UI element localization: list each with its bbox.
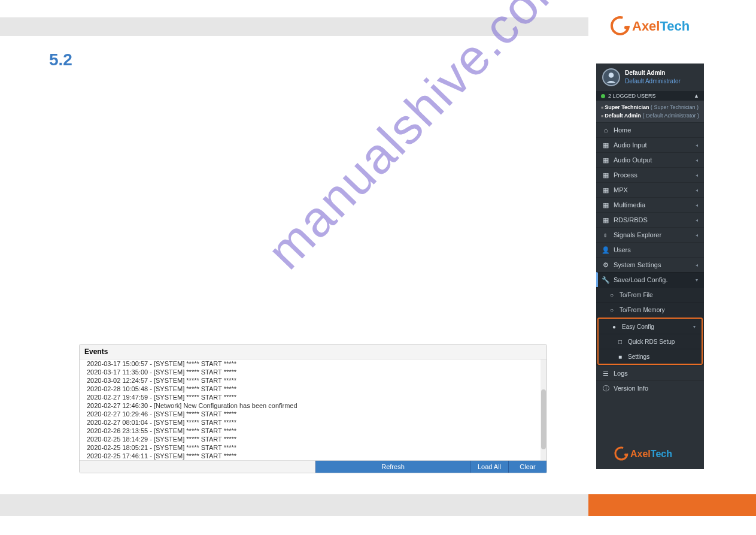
event-line: 2020-02-26 23:13:55 - [SYSTEM] ***** STA…	[80, 427, 546, 435]
footer-bar-orange	[588, 494, 756, 516]
event-line: 2020-02-28 10:05:48 - [SYSTEM] ***** STA…	[80, 385, 546, 393]
circle-icon: ○	[608, 306, 615, 313]
easy-config-highlight: ●Easy Config▾ □Quick RDS Setup ■Settings	[597, 318, 703, 365]
user-name: Default Admin	[625, 69, 681, 77]
nav-easy-config[interactable]: ●Easy Config▾	[599, 319, 702, 334]
nav-save-load-config[interactable]: 🔧Save/Load Config.▾	[596, 272, 704, 287]
caret-down-icon: ▾	[693, 324, 696, 330]
wrench-icon: 🔧	[602, 276, 609, 283]
caret-down-icon: ▾	[696, 277, 698, 283]
grid-icon: ▦	[602, 201, 609, 208]
svg-point-1	[624, 26, 628, 29]
logged-count: 2 LOGGED USERS	[608, 93, 656, 99]
event-line: 2020-02-27 12:46:30 - [Network] New Conf…	[80, 401, 546, 410]
logged-users-list: Super Technician ( Super Technician ) De…	[596, 101, 704, 122]
events-scrollbar[interactable]	[541, 359, 546, 460]
svg-point-5	[624, 454, 627, 456]
caret-left-icon: ◂	[696, 158, 698, 163]
logo-top: AxelTech	[611, 14, 699, 37]
nav-audio-input[interactable]: ▦Audio Input◂	[596, 137, 704, 152]
nav-mpx[interactable]: ▦MPX◂	[596, 182, 704, 197]
nav-quick-rds-setup[interactable]: □Quick RDS Setup	[599, 334, 702, 349]
grid-icon: ▦	[602, 141, 609, 149]
event-line: 2020-02-27 10:29:46 - [SYSTEM] ***** STA…	[80, 410, 546, 418]
event-line: 2020-02-25 18:14:29 - [SYSTEM] ***** STA…	[80, 435, 546, 443]
event-line: 2020-02-25 17:46:11 - [SYSTEM] ***** STA…	[80, 452, 546, 460]
bars-icon: ⫾	[602, 231, 609, 238]
logged-user-row: Default Admin ( Default Administrator )	[601, 111, 699, 120]
home-icon: ⌂	[602, 126, 609, 134]
sidebar: Default Admin Default Administrator 2 LO…	[596, 64, 704, 469]
user-role: Default Administrator	[625, 77, 681, 86]
events-body[interactable]: 2020-03-17 15:00:57 - [SYSTEM] ***** STA…	[80, 359, 546, 460]
square-icon: □	[617, 338, 624, 345]
nav-version-info[interactable]: ⓘVersion Info	[596, 380, 704, 395]
nav-multimedia[interactable]: ▦Multimedia◂	[596, 197, 704, 212]
svg-text:AxelTech: AxelTech	[630, 449, 672, 459]
footer-spacer	[80, 461, 315, 473]
events-title: Events	[80, 344, 546, 359]
user-icon: 👤	[602, 246, 609, 253]
events-panel: Events 2020-03-17 15:00:57 - [SYSTEM] **…	[79, 344, 547, 473]
svg-text:AxelTech: AxelTech	[632, 19, 690, 34]
user-block: Default Admin Default Administrator	[596, 64, 704, 91]
logged-users-bar[interactable]: 2 LOGGED USERS ▲	[596, 91, 704, 101]
event-line: 2020-02-27 08:01:04 - [SYSTEM] ***** STA…	[80, 418, 546, 427]
nav-to-from-file[interactable]: ○To/From File	[596, 287, 704, 302]
caret-up-icon: ▲	[694, 93, 699, 99]
nav-rds[interactable]: ▦RDS/RBDS◂	[596, 212, 704, 227]
grid-icon: ▦	[602, 186, 609, 194]
caret-left-icon: ◂	[696, 232, 698, 238]
sidebar-logo: AxelTech	[596, 445, 704, 463]
square-filled-icon: ■	[617, 353, 624, 360]
footer-bar-gray	[0, 494, 588, 516]
nav-signals-explorer[interactable]: ⫾Signals Explorer◂	[596, 227, 704, 242]
gear-icon: ⚙	[602, 261, 609, 268]
nav-system-settings[interactable]: ⚙System Settings◂	[596, 257, 704, 272]
watermark-text: manualshive.com	[240, 0, 598, 297]
grid-icon: ▦	[602, 216, 609, 223]
svg-point-0	[612, 17, 629, 34]
nav-logs[interactable]: ☰Logs	[596, 365, 704, 380]
user-avatar-icon	[602, 68, 620, 86]
online-dot-icon	[601, 94, 605, 98]
top-header-bar	[0, 17, 588, 36]
refresh-button[interactable]: Refresh	[315, 461, 470, 473]
caret-left-icon: ◂	[696, 217, 698, 223]
logged-user-row: Super Technician ( Super Technician )	[601, 103, 699, 111]
events-scroll-thumb[interactable]	[541, 389, 546, 449]
events-footer: Refresh Load All Clear	[80, 460, 546, 473]
caret-left-icon: ◂	[696, 262, 698, 268]
caret-left-icon: ◂	[696, 202, 698, 208]
loadall-button[interactable]: Load All	[470, 461, 508, 473]
user-names: Default Admin Default Administrator	[625, 69, 681, 86]
grid-icon: ▦	[602, 171, 609, 179]
nav-to-from-memory[interactable]: ○To/From Memory	[596, 302, 704, 317]
caret-left-icon: ◂	[696, 173, 698, 178]
event-line: 2020-03-17 15:00:57 - [SYSTEM] ***** STA…	[80, 359, 546, 368]
event-line: 2020-03-02 12:24:57 - [SYSTEM] ***** STA…	[80, 376, 546, 385]
info-icon: ⓘ	[602, 385, 609, 392]
event-line: 2020-02-25 18:05:21 - [SYSTEM] ***** STA…	[80, 443, 546, 452]
svg-point-3	[609, 72, 614, 78]
nav-settings[interactable]: ■Settings	[599, 349, 702, 364]
event-line: 2020-02-27 19:47:59 - [SYSTEM] ***** STA…	[80, 393, 546, 401]
event-line: 2020-03-17 11:35:00 - [SYSTEM] ***** STA…	[80, 368, 546, 376]
nav-process[interactable]: ▦Process◂	[596, 167, 704, 182]
grid-icon: ▦	[602, 156, 609, 164]
nav-audio-output[interactable]: ▦Audio Output◂	[596, 152, 704, 167]
clear-button[interactable]: Clear	[508, 461, 546, 473]
caret-left-icon: ◂	[696, 188, 698, 193]
circle-icon: ○	[608, 291, 615, 298]
list-icon: ☰	[602, 370, 609, 377]
section-number: 5.2	[49, 50, 72, 69]
dot-icon: ●	[611, 323, 618, 330]
nav-home[interactable]: ⌂Home	[596, 122, 704, 137]
nav-users[interactable]: 👤Users	[596, 242, 704, 257]
caret-left-icon: ◂	[696, 143, 698, 148]
